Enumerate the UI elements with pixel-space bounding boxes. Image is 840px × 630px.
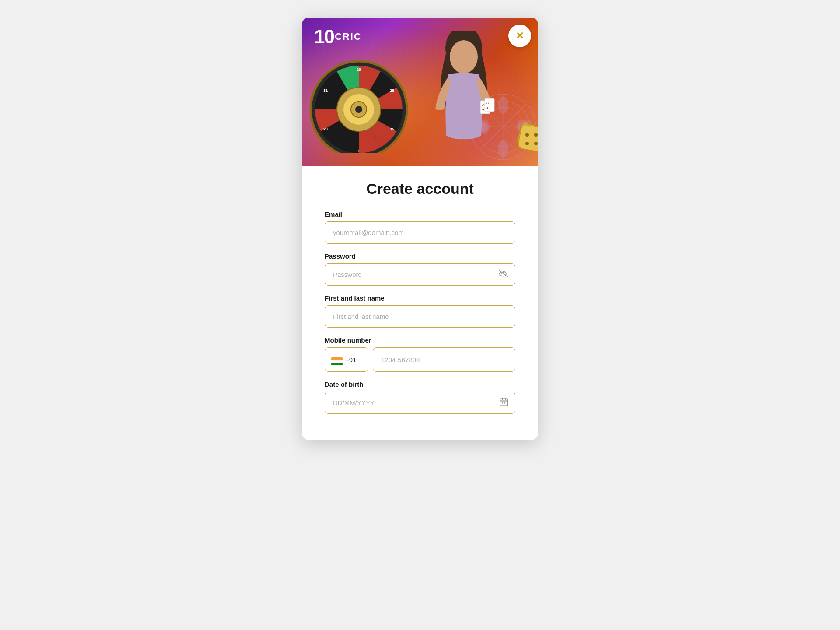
logo-ten: 10 xyxy=(314,27,334,46)
svg-point-4 xyxy=(355,106,362,113)
dob-input[interactable] xyxy=(325,392,515,414)
svg-point-13 xyxy=(450,40,478,74)
india-flag-icon xyxy=(331,354,343,365)
banner: 10 CRIC xyxy=(302,18,538,166)
roulette-wheel: 29 28 35 1 20 31 xyxy=(306,48,420,166)
dice-decoration xyxy=(516,122,538,153)
svg-text:31: 31 xyxy=(323,88,328,93)
mobile-label: Mobile number xyxy=(325,336,515,344)
svg-rect-45 xyxy=(502,402,503,403)
svg-point-37 xyxy=(525,133,529,136)
registration-modal: 10 CRIC xyxy=(302,18,538,440)
email-field-group: Email xyxy=(325,210,515,244)
close-icon: ✕ xyxy=(516,31,524,41)
logo-cric: CRIC xyxy=(335,31,362,42)
email-label: Email xyxy=(325,210,515,218)
woman-figure: A ♥ A ♦ xyxy=(416,31,512,166)
country-selector[interactable]: +91 xyxy=(325,347,368,372)
svg-text:♦: ♦ xyxy=(486,106,488,110)
svg-text:1: 1 xyxy=(357,149,360,153)
svg-text:♥: ♥ xyxy=(482,108,484,112)
password-label: Password xyxy=(325,252,515,260)
svg-text:20: 20 xyxy=(323,127,328,131)
email-input[interactable] xyxy=(325,221,515,244)
logo: 10 CRIC xyxy=(314,27,362,46)
svg-rect-46 xyxy=(504,402,505,403)
svg-text:A: A xyxy=(486,101,489,105)
mobile-field-group: Mobile number +91 xyxy=(325,336,515,372)
dob-field-group: Date of birth xyxy=(325,381,515,414)
dob-label: Date of birth xyxy=(325,381,515,388)
svg-point-39 xyxy=(525,142,529,145)
fullname-input[interactable] xyxy=(325,305,515,328)
password-field-group: Password xyxy=(325,252,515,286)
password-visibility-toggle[interactable] xyxy=(499,270,508,280)
dob-wrapper xyxy=(325,392,515,414)
fullname-label: First and last name xyxy=(325,294,515,302)
password-wrapper xyxy=(325,263,515,286)
svg-text:29: 29 xyxy=(357,67,361,72)
svg-point-40 xyxy=(534,142,538,145)
svg-text:A: A xyxy=(482,103,485,107)
svg-text:35: 35 xyxy=(390,127,394,131)
svg-text:28: 28 xyxy=(390,88,394,93)
svg-point-38 xyxy=(534,133,538,136)
calendar-icon[interactable] xyxy=(500,397,508,408)
password-input[interactable] xyxy=(325,263,515,286)
country-code: +91 xyxy=(345,356,356,364)
fullname-field-group: First and last name xyxy=(325,294,515,328)
page-title: Create account xyxy=(325,180,515,197)
close-button[interactable]: ✕ xyxy=(508,24,531,47)
phone-number-input[interactable] xyxy=(373,347,515,372)
registration-form: Create account Email Password First and … xyxy=(302,166,538,440)
phone-row: +91 xyxy=(325,347,515,372)
